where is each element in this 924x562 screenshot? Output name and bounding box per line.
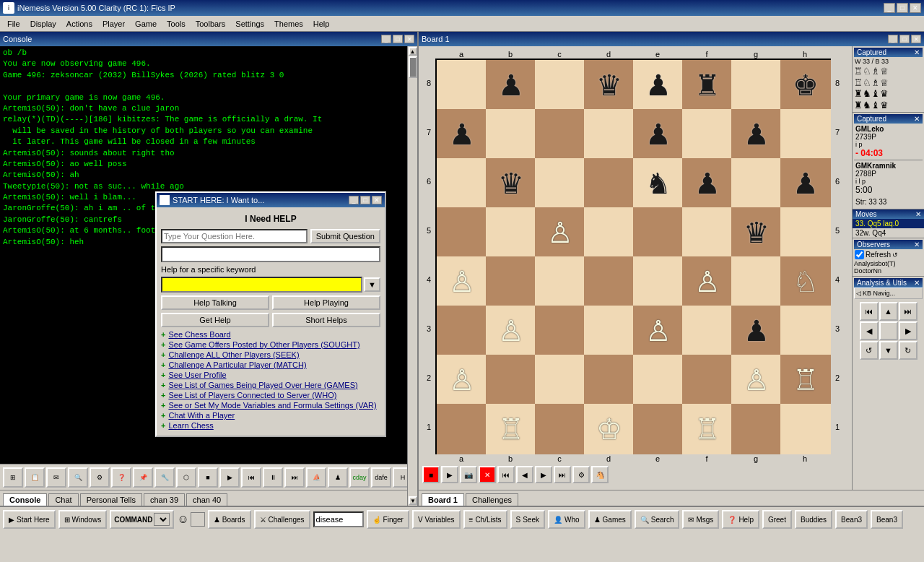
square-f5[interactable]	[682, 207, 733, 258]
square-b5[interactable]	[486, 207, 536, 258]
help-link-item[interactable]: See List of Games Being Played Over Here…	[168, 381, 357, 389]
board-minimize[interactable]: _	[888, 35, 898, 43]
menu-toolbars[interactable]: Toolbars	[191, 18, 230, 30]
toolbar-btn-5[interactable]: ⚙	[90, 467, 110, 488]
tab-chan39[interactable]: chan 39	[144, 493, 185, 506]
square-f8[interactable]: ♜	[682, 60, 733, 111]
square-d8[interactable]: ♛	[584, 60, 635, 111]
board-btn-stop[interactable]: ■	[422, 466, 440, 483]
start-here-btn[interactable]: ▶ Start Here	[3, 510, 56, 529]
help-link-item[interactable]: See Game Offers Posted by Other Players …	[168, 340, 359, 349]
board-btn-settings[interactable]: ⚙	[572, 466, 590, 483]
help-talking-btn[interactable]: Help Talking	[161, 295, 269, 310]
square-h4[interactable]: ♘	[780, 256, 831, 307]
square-f6[interactable]: ♟	[682, 158, 733, 209]
tab-console[interactable]: Console	[3, 493, 47, 506]
captured-close[interactable]: ✕	[914, 48, 920, 56]
square-a2[interactable]: ♙	[437, 355, 487, 405]
menu-file[interactable]: File	[3, 18, 25, 30]
board-btn-horse[interactable]: 🐴	[591, 466, 609, 483]
keyword-input[interactable]	[161, 277, 362, 293]
square-h7[interactable]	[780, 109, 831, 160]
bean3-1-btn[interactable]: Bean3	[835, 510, 868, 529]
toolbar-btn-18[interactable]: dafe	[371, 467, 391, 488]
board-close[interactable]: ✕	[911, 35, 921, 43]
tab-challenges[interactable]: Challenges	[466, 493, 518, 506]
tab-board1[interactable]: Board 1	[422, 493, 464, 506]
nav-up[interactable]: ▲	[879, 302, 898, 321]
square-d7[interactable]	[584, 109, 635, 160]
square-e2[interactable]	[633, 355, 684, 405]
variables-btn[interactable]: V Variables	[412, 510, 461, 529]
menu-themes[interactable]: Themes	[270, 18, 308, 30]
toolbar-btn-14[interactable]: ⏭	[284, 467, 305, 488]
toolbar-btn-6[interactable]: ❓	[111, 467, 131, 488]
toolbar-btn-9[interactable]: ⬡	[176, 467, 196, 488]
keyword-dropdown[interactable]: ▼	[364, 277, 380, 292]
square-h3[interactable]	[780, 306, 831, 356]
square-c8[interactable]	[535, 60, 585, 111]
toolbar-btn-16[interactable]: ♟	[328, 467, 348, 488]
square-a5[interactable]	[437, 207, 487, 258]
square-e8[interactable]: ♟	[633, 60, 684, 111]
help-link-item[interactable]: See Chess Board	[168, 330, 230, 339]
square-g3[interactable]: ♟	[731, 306, 782, 356]
menu-tools[interactable]: Tools	[162, 18, 190, 30]
help-link-item[interactable]: Challenge A Particular Player (MATCH)	[168, 360, 306, 369]
toolbar-btn-8[interactable]: 🔧	[154, 467, 175, 488]
square-a6[interactable]	[437, 158, 487, 209]
board-btn-x[interactable]: ✕	[479, 466, 496, 483]
square-f3[interactable]	[682, 306, 733, 356]
square-a1[interactable]	[437, 404, 487, 454]
toolbar-btn-3[interactable]: ✉	[46, 467, 66, 488]
minimize-button[interactable]: _	[884, 3, 895, 13]
square-d6[interactable]	[584, 158, 635, 209]
help-link-item[interactable]: Chat With a Player	[168, 411, 235, 420]
menu-display[interactable]: Display	[26, 18, 61, 30]
maximize-button[interactable]: □	[897, 3, 908, 13]
windows-btn[interactable]: ⊞ Windows	[58, 510, 108, 529]
help-maximize-btn[interactable]: □	[360, 196, 370, 204]
chess-grid[interactable]: ♟♛♟♜♚♟♟♟♛♞♟♟♙♛♙♙♘♙♙♟♙♙♖♖♔♖	[435, 59, 831, 454]
disease-input[interactable]	[313, 511, 364, 527]
menu-actions[interactable]: Actions	[62, 18, 97, 30]
msgs-btn[interactable]: ✉ Msgs	[682, 510, 719, 529]
buddies-btn[interactable]: Buddies	[795, 510, 832, 529]
square-g2[interactable]: ♙	[731, 355, 782, 405]
help-link-item[interactable]: See List of Players Connected to Server …	[168, 391, 336, 399]
menu-game[interactable]: Game	[131, 18, 161, 30]
console-close[interactable]: ✕	[404, 35, 414, 43]
square-h2[interactable]: ♖	[780, 355, 831, 405]
square-c4[interactable]	[535, 256, 585, 307]
board-btn-camera[interactable]: 📷	[460, 466, 477, 483]
square-g1[interactable]	[731, 404, 782, 454]
help-close-btn[interactable]: ✕	[372, 196, 382, 204]
square-b7[interactable]	[486, 109, 536, 160]
square-a3[interactable]	[437, 306, 487, 356]
console-maximize[interactable]: □	[393, 35, 403, 43]
nav-down[interactable]: ▼	[879, 341, 898, 360]
square-h6[interactable]: ♟	[780, 158, 831, 209]
console-scrollbar[interactable]: ▲ ▼	[407, 46, 417, 506]
square-c7[interactable]	[535, 109, 585, 160]
seek-btn[interactable]: S Seek	[510, 510, 545, 529]
toolbar-btn-15[interactable]: ⛵	[306, 467, 326, 488]
nav-topright[interactable]: ⏭	[899, 302, 918, 321]
question-input[interactable]	[161, 229, 308, 243]
square-b6[interactable]: ♛	[486, 158, 536, 209]
tab-chan40[interactable]: chan 40	[186, 493, 227, 506]
square-d5[interactable]	[584, 207, 635, 258]
square-c2[interactable]	[535, 355, 585, 405]
toolbar-btn-10[interactable]: ■	[198, 467, 218, 488]
board-btn-forward[interactable]: ▶	[535, 466, 552, 483]
short-helps-btn[interactable]: Short Helps	[272, 313, 380, 327]
square-d2[interactable]	[584, 355, 635, 405]
tab-personal-tells[interactable]: Personal Tells	[80, 493, 142, 506]
square-g8[interactable]	[731, 60, 782, 111]
square-b1[interactable]: ♖	[486, 404, 536, 454]
kb-nav-btn[interactable]: ◁ KB Navig...	[854, 288, 923, 299]
menu-settings[interactable]: Settings	[231, 18, 269, 30]
nav-bottomleft[interactable]: ↺	[860, 341, 879, 360]
board-maximize[interactable]: □	[899, 35, 910, 43]
help-link-item[interactable]: See User Profile	[168, 371, 226, 379]
